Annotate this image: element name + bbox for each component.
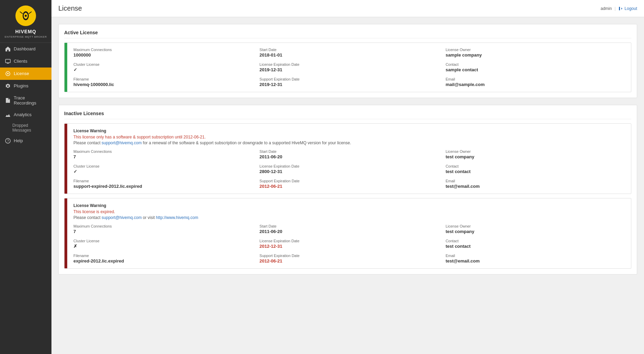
- field-filename: Filename hivemq-1000000.lic: [73, 77, 253, 87]
- contact-label: Contact: [446, 62, 625, 66]
- sidebar-item-clients[interactable]: Clients: [0, 55, 51, 68]
- warning-note-2: Please contact support@hivemq.com or vis…: [73, 215, 625, 220]
- inactive-license-card-1: License Warning This license only has a …: [64, 123, 631, 194]
- field-support-exp-i1: Support Expiration Date 2012-06-21: [259, 179, 438, 189]
- sidebar-item-label: Dashboard: [14, 46, 36, 51]
- sidebar-item-label: License: [14, 71, 29, 76]
- field-exp-date-i1: License Expiration Date 2800-12-31: [259, 164, 438, 174]
- field-owner-i2: License Owner test company: [446, 224, 625, 234]
- brand-name: HIVEMQ: [15, 29, 36, 35]
- content-area: Active License Maximum Connections 10000…: [51, 17, 644, 281]
- active-license-grid: Maximum Connections 1000000 Start Date 2…: [73, 48, 625, 87]
- active-license-card: Maximum Connections 1000000 Start Date 2…: [64, 42, 631, 92]
- max-connections-value: 1000000: [73, 52, 253, 58]
- sidebar-item-license[interactable]: License: [0, 68, 51, 80]
- user-area: admin | Logout: [600, 6, 637, 11]
- field-exp-date-i2: License Expiration Date 2012-12-31: [259, 239, 438, 249]
- active-license-title: Active License: [64, 30, 631, 38]
- start-date-label: Start Date: [259, 48, 438, 52]
- sidebar-item-help[interactable]: ? Help: [0, 135, 51, 147]
- sidebar-item-analytics[interactable]: Analytics: [0, 109, 51, 121]
- inactive-license-grid-2: Maximum Connections 7 Start Date 2011-06…: [73, 224, 625, 264]
- cluster-license-value: ✓: [73, 67, 253, 72]
- page-title: License: [58, 4, 82, 12]
- sidebar-item-dashboard[interactable]: Dashboard: [0, 43, 51, 55]
- inactive-licenses-section: Inactive Licenses License Warning This l…: [58, 105, 637, 274]
- field-support-exp-i2: Support Expiration Date 2012-06-21: [259, 254, 438, 264]
- sidebar-sub-item-label: Dropped Messages: [12, 123, 47, 133]
- field-contact: Contact sample contact: [446, 62, 625, 72]
- field-max-connections: Maximum Connections 1000000: [73, 48, 253, 58]
- field-contact-i2: Contact test contact: [446, 239, 625, 249]
- support-exp-value: 2019-12-31: [259, 82, 438, 87]
- start-date-value: 2018-01-01: [259, 52, 438, 58]
- brand-sub: ENTERPRISE MQTT BROKER: [5, 35, 47, 38]
- field-max-conn-i1: Maximum Connections 7: [73, 149, 253, 159]
- sidebar-item-label: Plugins: [14, 83, 28, 88]
- field-license-owner: License Owner sample company: [446, 48, 625, 58]
- field-start-date-i2: Start Date 2011-06-20: [259, 224, 438, 234]
- logo-circle: [15, 5, 36, 26]
- inactive-license-grid-1: Maximum Connections 7 Start Date 2011-06…: [73, 149, 625, 189]
- warning-note-1: Please contact support@hivemq.com for a …: [73, 141, 625, 145]
- inactive-license-bar-2: [65, 198, 67, 268]
- warning-text-2: This license is expired.: [73, 209, 625, 214]
- field-email: Email mail@sample.com: [446, 77, 625, 87]
- sidebar: HIVEMQ ENTERPRISE MQTT BROKER Dashboard …: [0, 0, 51, 354]
- support-exp-label: Support Expiration Date: [259, 77, 438, 81]
- logout-link[interactable]: Logout: [618, 6, 637, 11]
- logout-icon: [618, 6, 623, 11]
- svg-point-5: [25, 15, 27, 17]
- chart-icon: [5, 112, 11, 118]
- sidebar-item-label: Analytics: [14, 112, 32, 117]
- email-value: mail@sample.com: [446, 82, 625, 87]
- license-icon: [5, 71, 11, 77]
- file-icon: [5, 97, 11, 103]
- field-filename-i1: Filename support-expired-2012.lic.expire…: [73, 179, 253, 189]
- license-warning-2: License Warning This license is expired.…: [73, 203, 625, 220]
- topbar: License admin | Logout: [51, 0, 644, 17]
- field-email-i1: Email test@email.com: [446, 179, 625, 189]
- inactive-license-body-2: License Warning This license is expired.…: [67, 198, 631, 268]
- active-license-body: Maximum Connections 1000000 Start Date 2…: [67, 43, 631, 92]
- inactive-licenses-title: Inactive Licenses: [64, 111, 631, 119]
- field-email-i2: Email test@email.com: [446, 254, 625, 264]
- logo-icon: [19, 9, 33, 23]
- expiration-date-label: License Expiration Date: [259, 62, 438, 66]
- warning-title-2: License Warning: [73, 203, 625, 208]
- help-icon: ?: [5, 138, 11, 144]
- active-license-section: Active License Maximum Connections 10000…: [58, 24, 637, 98]
- sidebar-item-label: Clients: [14, 59, 27, 64]
- warning-link-1[interactable]: support@hivemq.com: [102, 141, 142, 145]
- monitor-icon: [5, 58, 11, 64]
- logout-label: Logout: [624, 6, 637, 11]
- sidebar-item-label: Trace Recordings: [14, 95, 47, 106]
- filename-label: Filename: [73, 77, 253, 81]
- max-connections-label: Maximum Connections: [73, 48, 253, 52]
- field-filename-i2: Filename expired-2012.lic.expired: [73, 254, 253, 264]
- field-expiration-date: License Expiration Date 2019-12-31: [259, 62, 438, 72]
- sidebar-item-plugins[interactable]: Plugins: [0, 80, 51, 92]
- inactive-license-bar-1: [65, 124, 67, 194]
- field-start-date-i1: Start Date 2011-06-20: [259, 149, 438, 159]
- username: admin: [600, 6, 612, 11]
- contact-value: sample contact: [446, 67, 625, 72]
- field-start-date: Start Date 2018-01-01: [259, 48, 438, 58]
- active-license-bar: [65, 43, 67, 92]
- inactive-license-card-2: License Warning This license is expired.…: [64, 198, 631, 269]
- field-owner-i1: License Owner test company: [446, 149, 625, 159]
- field-support-exp: Support Expiration Date 2019-12-31: [259, 77, 438, 87]
- warning-link-2b[interactable]: http://www.hivemq.com: [156, 215, 198, 220]
- warning-text-1: This license only has a software & suppo…: [73, 135, 625, 139]
- inactive-license-body-1: License Warning This license only has a …: [67, 124, 631, 194]
- field-cluster-i2: Cluster License ✗: [73, 239, 253, 249]
- warning-link-2a[interactable]: support@hivemq.com: [102, 215, 142, 220]
- expiration-date-value: 2019-12-31: [259, 67, 438, 72]
- sidebar-item-trace-recordings[interactable]: Trace Recordings: [0, 92, 51, 109]
- field-cluster-license: Cluster License ✓: [73, 62, 253, 72]
- svg-point-9: [7, 73, 9, 74]
- home-icon: [5, 46, 11, 52]
- gear-icon: [5, 83, 11, 89]
- sidebar-item-dropped-messages[interactable]: Dropped Messages: [0, 121, 51, 135]
- license-owner-label: License Owner: [446, 48, 625, 52]
